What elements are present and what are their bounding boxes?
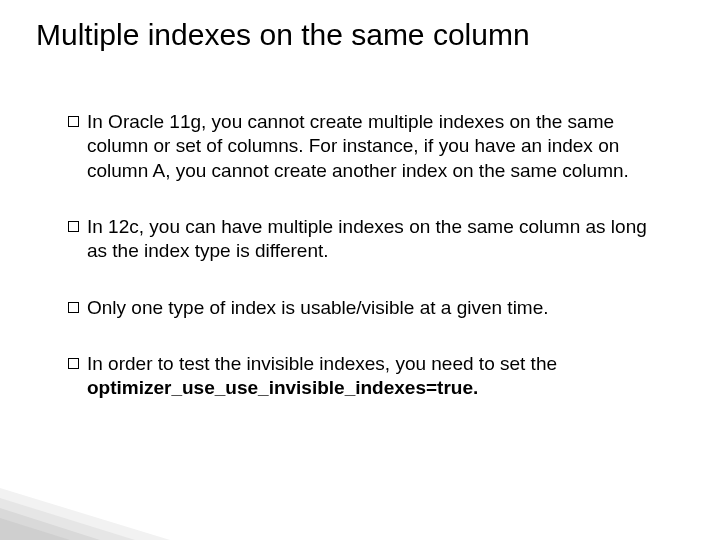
svg-marker-0 <box>0 488 170 540</box>
bullet-item: In Oracle 11g, you cannot create multipl… <box>68 110 660 183</box>
bullet-item: In 12c, you can have multiple indexes on… <box>68 215 660 264</box>
bullet-item: In order to test the invisible indexes, … <box>68 352 660 401</box>
svg-marker-2 <box>0 508 100 540</box>
slide: Multiple indexes on the same column In O… <box>0 0 720 540</box>
slide-title: Multiple indexes on the same column <box>36 18 530 52</box>
bullet-text: In Oracle 11g, you cannot create multipl… <box>87 110 660 183</box>
bullet-text: In order to test the invisible indexes, … <box>87 352 660 401</box>
bullet-item: Only one type of index is usable/visible… <box>68 296 660 320</box>
slide-body: In Oracle 11g, you cannot create multipl… <box>68 110 660 433</box>
corner-decoration-icon <box>0 470 170 540</box>
bullet-square-icon <box>68 116 79 127</box>
bullet-text: In 12c, you can have multiple indexes on… <box>87 215 660 264</box>
bullet-text-pre: In order to test the invisible indexes, … <box>87 353 557 374</box>
svg-marker-3 <box>0 518 70 540</box>
bullet-text-bold: optimizer_use_use_invisible_indexes=true… <box>87 377 478 398</box>
bullet-square-icon <box>68 358 79 369</box>
bullet-square-icon <box>68 302 79 313</box>
bullet-text: Only one type of index is usable/visible… <box>87 296 660 320</box>
svg-marker-1 <box>0 498 135 540</box>
bullet-square-icon <box>68 221 79 232</box>
